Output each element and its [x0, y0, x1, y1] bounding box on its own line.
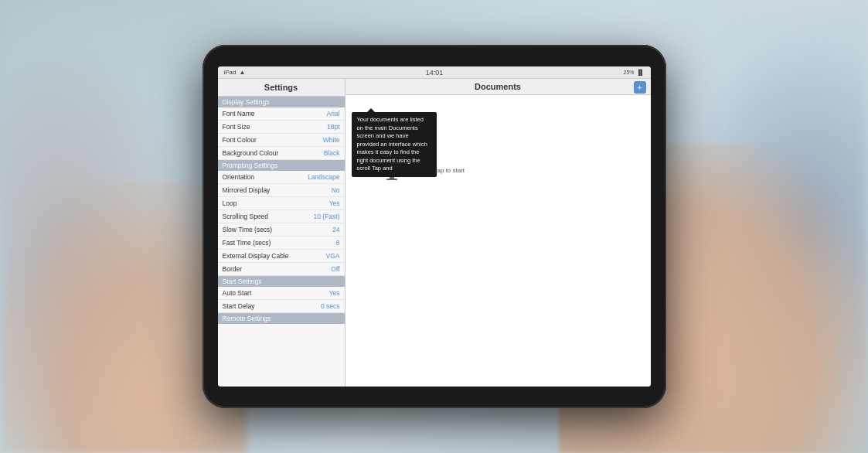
value-fast-time: 8 [336, 239, 340, 247]
value-start-delay: 0 secs [321, 302, 340, 310]
value-font-name: Arial [326, 110, 339, 118]
value-bg-colour: Black [324, 149, 340, 157]
add-document-button[interactable]: + [634, 81, 646, 94]
row-font-colour[interactable]: Font Colour White [218, 134, 345, 147]
label-start-delay: Start Delay [223, 302, 255, 310]
documents-panel: Documents + Your documents are listed on… [345, 79, 651, 387]
label-orientation: Orientation [223, 173, 255, 181]
label-loop: Loop [223, 199, 237, 207]
label-scrolling-speed: Scrolling Speed [223, 213, 269, 220]
row-mirrored-display[interactable]: Mirrored Display No [218, 184, 345, 197]
settings-panel: Settings Display Settings Font Name Aria… [218, 79, 345, 387]
row-fast-time[interactable]: Fast Time (secs) 8 [218, 237, 345, 250]
value-slow-time: 24 [332, 226, 339, 233]
value-font-colour: White [323, 136, 340, 144]
tablet-device: iPad ▲ 14:01 25% ▐▌ Settings Display Set… [203, 45, 666, 408]
label-external-display: External Display Cable [223, 252, 289, 260]
label-slow-time: Slow Time (secs) [223, 226, 273, 233]
section-remote-settings: Remote Settings [218, 313, 345, 324]
row-scrolling-speed[interactable]: Scrolling Speed 10 (Fast) [218, 210, 345, 223]
documents-title: Documents [475, 82, 521, 91]
documents-body: Your documents are listed on the main Do… [345, 95, 651, 387]
wifi-icon: ▲ [240, 69, 246, 76]
documents-header: Documents + [345, 79, 651, 95]
label-mirrored-display: Mirrored Display [223, 186, 271, 194]
row-slow-time[interactable]: Slow Time (secs) 24 [218, 223, 345, 237]
value-orientation: Landscape [308, 173, 340, 181]
label-bg-colour: Background Colour [223, 149, 279, 157]
battery-pct: 25% [624, 70, 635, 75]
row-external-display[interactable]: External Display Cable VGA [218, 250, 345, 263]
svg-rect-0 [386, 179, 397, 180]
section-start-settings: Start Settings [218, 276, 345, 287]
label-font-colour: Font Colour [223, 136, 257, 144]
value-border: Off [331, 265, 339, 273]
value-font-size: 18pt [327, 123, 340, 131]
label-font-size: Font Size [223, 123, 250, 131]
status-bar: iPad ▲ 14:01 25% ▐▌ [218, 66, 651, 79]
section-prompting-settings: Prompting Settings [218, 160, 345, 171]
row-bg-colour[interactable]: Background Colour Black [218, 147, 345, 160]
value-loop: Yes [329, 199, 340, 207]
row-loop[interactable]: Loop Yes [218, 197, 345, 210]
row-font-size[interactable]: Font Size 18pt [218, 121, 345, 134]
status-right: 25% ▐▌ [624, 70, 645, 75]
row-font-name[interactable]: Font Name Arial [218, 107, 345, 121]
battery-icon: ▐▌ [637, 70, 645, 75]
row-orientation[interactable]: Orientation Landscape [218, 171, 345, 184]
label-fast-time: Fast Time (secs) [223, 239, 271, 247]
label-font-name: Font Name [223, 110, 255, 118]
ipad-label: iPad [224, 69, 237, 76]
label-border: Border [223, 265, 243, 273]
label-auto-start: Auto Start [223, 289, 252, 297]
row-start-delay[interactable]: Start Delay 0 secs [218, 300, 345, 313]
value-scrolling-speed: 10 (Fast) [313, 213, 339, 220]
value-external-display: VGA [326, 252, 340, 260]
status-left: iPad ▲ [224, 69, 246, 76]
section-display-settings: Display Settings [218, 97, 345, 107]
settings-title: Settings [218, 79, 345, 97]
row-border[interactable]: Border Off [218, 263, 345, 276]
tooltip-box: Your documents are listed on the main Do… [352, 112, 437, 177]
app-content: Settings Display Settings Font Name Aria… [218, 79, 651, 387]
value-auto-start: Yes [329, 289, 340, 297]
row-auto-start[interactable]: Auto Start Yes [218, 287, 345, 300]
tablet-screen: iPad ▲ 14:01 25% ▐▌ Settings Display Set… [218, 66, 651, 387]
value-mirrored-display: No [332, 186, 340, 194]
status-time: 14:01 [426, 69, 444, 77]
